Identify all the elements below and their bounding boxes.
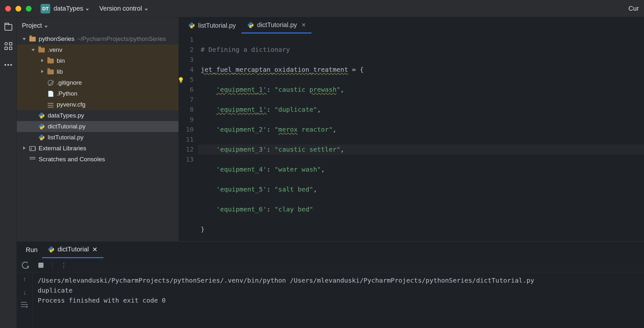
close-tab-button[interactable]: ✕	[92, 246, 98, 253]
tree-folder-venv[interactable]: .venv	[17, 44, 178, 55]
code-str: "water wash"	[274, 165, 321, 173]
console-left-toolbar: ↑ ↓	[17, 272, 32, 328]
tree-file-gitignore[interactable]: .gitignore	[17, 77, 178, 88]
more-toolwindows-button[interactable]	[4, 60, 13, 70]
console-output[interactable]: /Users/mlevanduski/PycharmProjects/pytho…	[32, 272, 644, 328]
more-actions-button[interactable]: ⋮	[60, 261, 68, 269]
scroll-to-top-button[interactable]: ↑	[23, 276, 26, 283]
code-punc: ,	[332, 126, 336, 133]
code-key: 'equipment_1'	[216, 106, 267, 113]
code-str: "duplicate"	[274, 106, 317, 113]
python-file-icon	[247, 22, 254, 28]
code-punc: :	[267, 165, 274, 173]
tree-path: ~/PycharmProjects/pythonSeries	[77, 35, 166, 42]
line-number: 7	[179, 95, 194, 105]
tree-folder-bin[interactable]: bin	[17, 55, 178, 66]
tree-file-dicttutorial[interactable]: dictTutorial.py	[17, 121, 178, 132]
tree-external-libraries[interactable]: External Libraries	[17, 143, 178, 154]
line-number: 6	[179, 85, 194, 95]
line-number-with-bulb[interactable]: 5	[179, 75, 194, 85]
code-punc: :	[267, 205, 274, 213]
code-str: "	[274, 126, 278, 133]
run-body: ↑ ↓ /Users/mlevanduski/PycharmProjects/p…	[17, 272, 644, 328]
run-toolbar: ⋮	[17, 258, 644, 272]
project-badge: DT	[41, 4, 50, 14]
spacer	[30, 124, 36, 129]
chevron-down-icon	[42, 22, 48, 29]
code-str: "caustic	[274, 86, 309, 93]
disclosure-arrow-icon[interactable]	[30, 48, 36, 52]
tree-label: External Libraries	[39, 145, 86, 152]
project-sidebar: Project pythonSeries ~/PycharmProjects/p…	[17, 17, 179, 241]
code-str: "caustic settler"	[274, 145, 341, 153]
line-number: 10	[179, 125, 194, 135]
code-key: 'equipment_4'	[216, 165, 267, 173]
console-line: /Users/mlevanduski/PycharmProjects/pytho…	[38, 276, 639, 286]
tree-scratches[interactable]: Scratches and Consoles	[17, 154, 178, 165]
run-tool-label[interactable]: Run	[21, 241, 42, 258]
tree-label: bin	[57, 57, 65, 64]
tab-label: dictTutorial.py	[257, 21, 297, 29]
code-content[interactable]: # Defining a dictionary jet_fuel_mercapt…	[198, 33, 644, 241]
disclosure-arrow-icon[interactable]	[21, 37, 27, 41]
maximize-window-button[interactable]	[26, 6, 32, 12]
project-toolwindow-button[interactable]	[4, 23, 13, 32]
gitignore-icon	[47, 79, 54, 86]
run-config-tab[interactable]: dictTutorial ✕	[42, 241, 103, 258]
soft-wrap-button[interactable]	[21, 302, 28, 307]
tree-file-listtutorial[interactable]: listTutorial.py	[17, 132, 178, 143]
rerun-button[interactable]	[21, 261, 30, 269]
stop-icon	[38, 263, 43, 268]
scratches-icon	[29, 156, 36, 163]
tab-dicttutorial[interactable]: dictTutorial.py ✕	[242, 17, 312, 33]
scroll-to-bottom-button[interactable]: ↓	[23, 289, 26, 296]
code-key: 'equipment_6'	[216, 205, 267, 213]
close-window-button[interactable]	[5, 6, 11, 12]
tree-label: listTutorial.py	[48, 134, 83, 141]
folder-icon	[29, 35, 36, 42]
folder-icon	[5, 24, 12, 31]
close-tab-button[interactable]: ✕	[302, 22, 306, 28]
line-number: 2	[179, 45, 194, 55]
code-punc: :	[267, 106, 274, 113]
tab-label: listTutorial.py	[198, 22, 236, 29]
code-punc: ,	[341, 86, 344, 93]
run-tabs: Run dictTutorial ✕	[17, 241, 644, 258]
run-panel: Run dictTutorial ✕ ⋮ ↑ ↓ /Users	[17, 241, 644, 328]
tree-label: .gitignore	[57, 79, 82, 86]
tree-label: .Python	[57, 90, 77, 97]
project-switcher[interactable]: DT dataTypes	[41, 4, 89, 14]
project-header[interactable]: Project	[17, 17, 178, 33]
line-number: 11	[179, 135, 194, 145]
disclosure-arrow-icon[interactable]	[39, 59, 45, 63]
console-line: Process finished with exit code 0	[38, 295, 639, 305]
code-key: 'equipment_2'	[216, 126, 267, 133]
vcs-menu[interactable]: Version control	[99, 5, 148, 12]
tree-file-datatypes[interactable]: dataTypes.py	[17, 110, 178, 121]
python-file-icon	[38, 112, 45, 119]
tree-folder-lib[interactable]: lib	[17, 66, 178, 77]
chevron-down-icon	[142, 5, 148, 12]
disclosure-arrow-icon[interactable]	[39, 70, 45, 74]
minimize-window-button[interactable]	[15, 6, 21, 12]
tree-root[interactable]: pythonSeries ~/PycharmProjects/pythonSer…	[17, 33, 178, 44]
python-file-icon	[38, 134, 45, 141]
run-config-name: dictTutorial	[58, 246, 89, 253]
tree-label: dataTypes.py	[48, 112, 84, 119]
tab-listtutorial[interactable]: listTutorial.py	[183, 17, 242, 33]
line-number: 13	[179, 155, 194, 164]
tree-file-pyvenv-cfg[interactable]: pyvenv.cfg	[17, 99, 178, 110]
tree-file-python-symlink[interactable]: 📄 .Python	[17, 88, 178, 99]
code-str-typo: prewash	[309, 86, 336, 93]
stop-button[interactable]	[37, 261, 45, 269]
disclosure-arrow-icon[interactable]	[21, 146, 27, 151]
code-key: 'equipment_1'	[216, 86, 267, 93]
structure-toolwindow-button[interactable]	[4, 41, 13, 51]
editor-body[interactable]: 1 2 3 4 5 6 7 8 9 10 11 12 13 # De	[179, 33, 644, 241]
file-link-icon: 📄	[47, 90, 54, 97]
code-punc: = {	[348, 66, 364, 73]
code-str: "salt bed"	[274, 185, 313, 193]
editor-tabs: listTutorial.py dictTutorial.py ✕	[179, 17, 644, 33]
tree-label: .venv	[48, 46, 62, 53]
structure-icon	[5, 42, 12, 50]
